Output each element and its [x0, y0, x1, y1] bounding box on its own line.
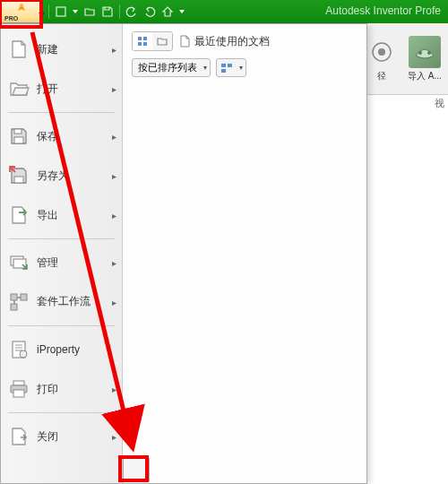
svg-rect-19 — [13, 381, 24, 385]
menu-item-new[interactable]: 新建 ▸ — [1, 30, 122, 69]
view-tile-button[interactable] — [152, 32, 172, 50]
sort-select[interactable]: 按已排序列表 — [132, 58, 211, 77]
chevron-right-icon: ▸ — [112, 84, 116, 94]
chevron-right-icon: ▸ — [112, 432, 116, 442]
svg-rect-8 — [14, 177, 23, 183]
print-icon — [6, 376, 31, 402]
document-icon — [178, 35, 191, 48]
svg-rect-7 — [14, 137, 23, 143]
close-file-icon — [6, 424, 31, 449]
ribbon-item-import[interactable]: 导入 A... — [405, 36, 444, 82]
qat-new-button[interactable] — [53, 4, 69, 20]
new-file-icon — [6, 37, 31, 62]
chevron-right-icon: ▸ — [112, 258, 116, 268]
chevron-right-icon: ▸ — [112, 171, 116, 181]
menu-item-save[interactable]: 保存 ▸ — [1, 117, 122, 156]
application-menu-dropdown: 新建 ▸ 打开 ▸ 保存 ▸ 另存为 ▸ 导出 ▸ 管理 ▸ — [0, 23, 367, 484]
suite-workflow-icon — [6, 290, 31, 315]
menu-item-manage[interactable]: 管理 ▸ — [1, 243, 122, 282]
export-icon — [6, 203, 31, 228]
menu-item-saveas[interactable]: 另存为 ▸ — [1, 156, 122, 195]
menu-item-open[interactable]: 打开 ▸ — [1, 69, 122, 108]
svg-rect-24 — [138, 42, 142, 46]
svg-rect-22 — [138, 37, 142, 40]
qat-redo-button[interactable] — [142, 4, 158, 20]
view-list-button[interactable] — [133, 32, 152, 50]
chevron-right-icon: ▸ — [112, 132, 116, 142]
svg-point-3 — [378, 48, 385, 56]
application-menu-button[interactable]: PRO — [0, 0, 43, 23]
ribbon-truncated-text: 视 — [435, 97, 444, 110]
chevron-right-icon: ▸ — [112, 45, 116, 55]
recent-documents-panel: 最近使用的文档 按已排序列表 — [123, 24, 366, 483]
menu-item-suite[interactable]: 套件工作流 ▸ — [1, 282, 122, 322]
svg-rect-12 — [21, 294, 27, 300]
chevron-down-icon[interactable] — [177, 10, 186, 13]
svg-point-4 — [418, 51, 422, 55]
iproperty-icon — [6, 337, 31, 362]
svg-rect-25 — [143, 42, 147, 46]
menu-item-print[interactable]: 打印 ▸ — [1, 369, 122, 409]
svg-point-18 — [20, 350, 27, 358]
filter-select[interactable] — [216, 58, 246, 77]
chevron-right-icon: ▸ — [112, 211, 116, 220]
manage-icon — [6, 250, 31, 275]
svg-point-0 — [20, 4, 23, 7]
menu-column: 新建 ▸ 打开 ▸ 保存 ▸ 另存为 ▸ 导出 ▸ 管理 ▸ — [1, 24, 123, 483]
recent-documents-title: 最近使用的文档 — [178, 34, 270, 49]
qat-home-button[interactable] — [159, 4, 176, 20]
qat-undo-button[interactable] — [124, 4, 140, 20]
svg-point-5 — [427, 51, 431, 55]
save-icon — [6, 124, 31, 149]
qat-save-button[interactable] — [99, 4, 116, 20]
menu-item-export[interactable]: 导出 ▸ — [1, 195, 122, 235]
options-button[interactable] — [123, 458, 150, 481]
svg-rect-26 — [221, 64, 226, 67]
svg-rect-11 — [11, 294, 17, 300]
menu-item-close[interactable]: 关闭 ▸ — [1, 417, 122, 456]
window-title: Autodesk Inventor Profe — [325, 4, 441, 17]
qat-open-button[interactable] — [82, 4, 98, 20]
svg-rect-1 — [56, 7, 65, 16]
svg-rect-13 — [11, 304, 17, 310]
chevron-down-icon[interactable] — [71, 10, 80, 13]
view-toggle — [132, 31, 173, 51]
folder-open-icon — [6, 76, 31, 101]
svg-rect-23 — [143, 37, 147, 40]
svg-rect-6 — [14, 129, 22, 134]
save-as-icon — [6, 163, 31, 188]
svg-rect-28 — [221, 69, 226, 73]
chevron-right-icon: ▸ — [112, 298, 116, 307]
svg-rect-21 — [13, 390, 24, 397]
app-pro-label: PRO — [4, 15, 18, 22]
chevron-right-icon: ▸ — [112, 385, 116, 394]
menu-item-iproperty[interactable]: iProperty — [1, 330, 122, 369]
svg-rect-27 — [228, 64, 232, 67]
ribbon-item-path[interactable]: 径 — [362, 36, 401, 82]
